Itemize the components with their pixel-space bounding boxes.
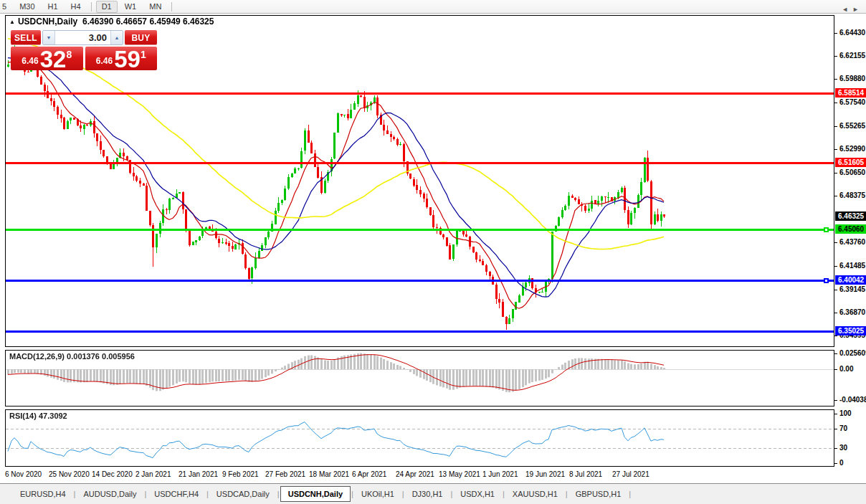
tabs-scroll-left-icon[interactable]: ◄ [842, 6, 852, 13]
tab-separator: | [144, 490, 146, 498]
macd-tick-label: 0.025609 [839, 349, 866, 357]
axis-tick-mark [834, 266, 837, 267]
toolbar-separator [171, 2, 172, 11]
sell-button[interactable]: SELL [11, 30, 41, 45]
price-tick-label: 6.57540 [839, 98, 865, 106]
axis-tick-mark [834, 414, 837, 414]
tab-scroll-arrows: ◄► [842, 6, 863, 13]
axis-tick-mark [834, 448, 837, 449]
tab-separator: | [629, 490, 631, 498]
price-tick-label: 6.59880 [839, 75, 865, 82]
date-tick-label: 6 Apr 2021 [352, 470, 386, 478]
date-tick-label: 25 Nov 2020 [49, 470, 90, 478]
rsi-value: 47.3092 [39, 412, 67, 420]
price-tick-label: 6.55265 [839, 122, 865, 130]
axis-tick-mark [834, 290, 837, 290]
axis-tick-mark [834, 33, 837, 34]
chart-tab-eurusd[interactable]: EURUSD,H4 [13, 487, 73, 501]
rsi-name: RSI(14) [9, 412, 37, 420]
timeframe-button-d1[interactable]: D1 [96, 1, 118, 13]
date-tick-label: 19 Jun 2021 [525, 470, 565, 478]
date-axis: 6 Nov 202025 Nov 202014 Dec 20202 Jan 20… [5, 469, 834, 481]
timeframe-button-5[interactable]: 5 [1, 1, 12, 13]
sell-price-sup: 8 [66, 49, 72, 60]
collapse-triangle-icon[interactable]: ▲ [9, 19, 15, 25]
date-tick-label: 14 Dec 2020 [92, 470, 133, 478]
timeframe-button-h4[interactable]: H4 [65, 1, 87, 13]
date-tick-label: 21 Jan 2021 [179, 470, 218, 478]
tab-separator: | [277, 490, 280, 498]
tab-separator: | [206, 490, 209, 498]
price-tick-label: 6.41485 [839, 262, 865, 270]
axis-tick-mark [834, 429, 837, 429]
chart-tab-audusd[interactable]: AUDUSD,Daily [76, 487, 143, 501]
axis-tick-mark [834, 79, 837, 80]
macd-values: 0.001376 0.005956 [67, 352, 135, 361]
macd-tick-label: -0.040386 [839, 396, 866, 404]
timeframe-button-m30[interactable]: M30 [14, 1, 40, 13]
price-line-label: 6.35025 [835, 326, 866, 336]
buy-price-big: 59 [114, 49, 141, 69]
chart-tab-usdchf[interactable]: USDCHF,H4 [147, 487, 206, 501]
toolbar-separator [91, 2, 92, 11]
volume-input[interactable] [55, 31, 110, 44]
buy-button[interactable]: BUY [125, 30, 157, 45]
tab-separator: | [450, 490, 452, 498]
rsi-canvas[interactable] [6, 410, 834, 466]
chart-tab-dj30[interactable]: DJ30,H1 [405, 487, 450, 501]
axis-tick-mark [834, 400, 837, 401]
rsi-tick-label: 0 [839, 459, 844, 467]
chart-tab-gbpusd[interactable]: GBPUSD,H1 [568, 487, 629, 501]
one-click-trade-panel: SELL ▼ ▲ BUY 6.46328 6.46591 [11, 30, 157, 70]
price-line-label: 6.45060 [835, 224, 866, 234]
axis-tick-mark [834, 149, 837, 150]
axis-tick-mark [834, 173, 837, 173]
price-tick-label: 6.43760 [839, 238, 865, 246]
price-tick-label: 6.36870 [839, 308, 865, 316]
timeframe-toolbar: 5M30H1H4D1W1MN [0, 0, 866, 14]
macd-indicator-label: MACD(12,26,9) 0.001376 0.005956 [9, 352, 135, 361]
chart-tab-usdcad[interactable]: USDCAD,Daily [209, 487, 277, 501]
chart-tab-usdx[interactable]: USDX,H1 [453, 487, 502, 501]
buy-price-sup: 1 [141, 49, 146, 60]
price-tick-label: 6.39145 [839, 285, 865, 293]
timeframe-button-w1[interactable]: W1 [119, 1, 143, 13]
timeframe-button-h1[interactable]: H1 [42, 1, 64, 13]
price-line-label: 6.58514 [835, 88, 866, 98]
rsi-tick-label: 30 [839, 444, 847, 452]
volume-increase-icon[interactable]: ▲ [110, 31, 123, 44]
chart-tab-usdcnh[interactable]: USDCNH,Daily [280, 486, 351, 502]
axis-tick-mark [834, 336, 837, 336]
axis-tick-mark [834, 126, 837, 127]
date-tick-label: 9 Feb 2021 [222, 470, 259, 478]
axis-tick-mark [834, 242, 837, 243]
axis-tick-mark [834, 369, 837, 370]
price-axis: 6.644306.621556.598806.575406.552656.529… [834, 15, 866, 468]
price-line-label: 6.51605 [835, 158, 866, 167]
tab-separator: | [503, 490, 505, 498]
volume-decrease-icon[interactable]: ▼ [43, 31, 55, 44]
tab-separator: | [74, 490, 76, 498]
date-tick-label: 13 May 2021 [439, 470, 480, 478]
sell-price-display[interactable]: 6.46328 [11, 47, 83, 70]
price-line-label: 6.40042 [835, 275, 866, 285]
axis-tick-mark [834, 353, 837, 354]
tab-separator: | [402, 490, 404, 498]
sell-price-big: 32 [40, 49, 67, 69]
rsi-indicator-label: RSI(14) 47.3092 [9, 412, 67, 420]
price-tick-label: 6.64430 [839, 29, 865, 37]
timeframe-button-mn[interactable]: MN [143, 1, 167, 13]
symbol-tab-bar: EURUSD,H4|AUDUSD,Daily|USDCHF,H4|USDCAD,… [0, 483, 866, 504]
chart-tab-ukoil[interactable]: UKOil,H1 [354, 487, 401, 501]
rsi-panel[interactable] [5, 409, 834, 467]
sell-price-prefix: 6.46 [22, 56, 38, 66]
chart-tab-xauusd[interactable]: XAUUSD,H1 [505, 487, 565, 501]
date-tick-label: 8 Jul 2021 [569, 470, 602, 478]
price-tick-label: 6.62155 [839, 52, 865, 60]
rsi-tick-label: 70 [839, 424, 847, 432]
date-tick-label: 6 Nov 2020 [5, 470, 42, 478]
date-tick-label: 27 Feb 2021 [265, 470, 305, 478]
tabs-scroll-right-icon[interactable]: ► [852, 6, 863, 13]
axis-tick-mark [834, 103, 837, 103]
buy-price-display[interactable]: 6.46591 [85, 47, 158, 70]
